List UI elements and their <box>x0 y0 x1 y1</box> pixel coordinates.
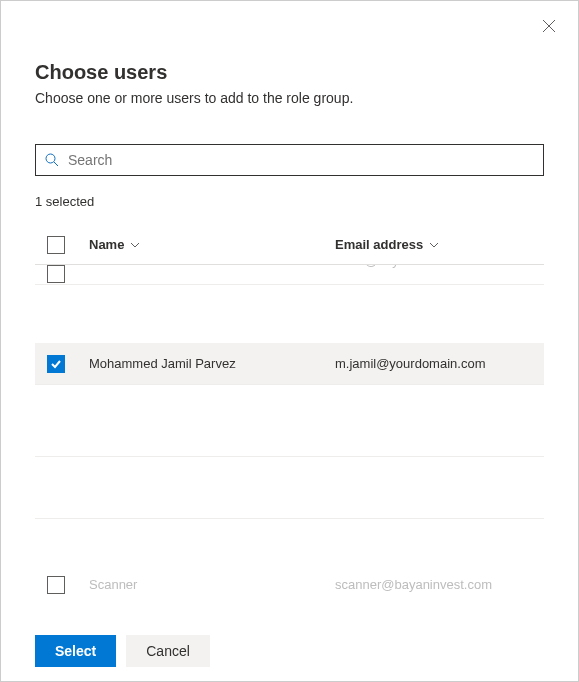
table-row-selected[interactable]: Mohammed Jamil Parvez m.jamil@yourdomain… <box>35 343 544 385</box>
user-list[interactable]: Src Studies & Research trade@bayaninvest… <box>35 265 544 595</box>
row-name: Src Studies & Research <box>89 265 335 268</box>
dialog-footer: Select Cancel <box>1 621 578 681</box>
page-subtitle: Choose one or more users to add to the r… <box>35 90 544 106</box>
search-input[interactable] <box>68 145 535 175</box>
row-checkbox[interactable] <box>47 576 65 594</box>
row-email: trade@bayaninvest.com <box>335 265 544 268</box>
table-row[interactable] <box>35 415 544 457</box>
page-title: Choose users <box>35 61 544 84</box>
search-icon <box>44 152 60 168</box>
svg-line-1 <box>54 162 58 166</box>
table-row[interactable]: Src Studies & Research trade@bayaninvest… <box>35 265 544 285</box>
table-header: Name Email address <box>35 225 544 265</box>
row-email: scanner@bayaninvest.com <box>335 577 544 592</box>
column-header-name[interactable]: Name <box>89 237 140 252</box>
cancel-button[interactable]: Cancel <box>126 635 210 667</box>
table-row[interactable] <box>35 477 544 519</box>
select-all-checkbox[interactable] <box>47 236 65 254</box>
column-header-name-label: Name <box>89 237 124 252</box>
table-row[interactable]: Scanner scanner@bayaninvest.com <box>35 575 544 595</box>
selected-count: 1 selected <box>35 194 544 209</box>
close-button[interactable] <box>538 15 560 37</box>
search-box[interactable] <box>35 144 544 176</box>
close-icon <box>542 19 556 33</box>
row-email: m.jamil@yourdomain.com <box>335 356 544 371</box>
select-button[interactable]: Select <box>35 635 116 667</box>
row-checkbox[interactable] <box>47 265 65 283</box>
column-header-email-label: Email address <box>335 237 423 252</box>
svg-point-0 <box>46 154 55 163</box>
row-name: Mohammed Jamil Parvez <box>89 356 335 371</box>
check-icon <box>50 358 62 370</box>
column-header-email[interactable]: Email address <box>335 237 439 252</box>
chevron-down-icon <box>429 240 439 250</box>
row-checkbox[interactable] <box>47 355 65 373</box>
row-name: Scanner <box>89 577 335 592</box>
chevron-down-icon <box>130 240 140 250</box>
